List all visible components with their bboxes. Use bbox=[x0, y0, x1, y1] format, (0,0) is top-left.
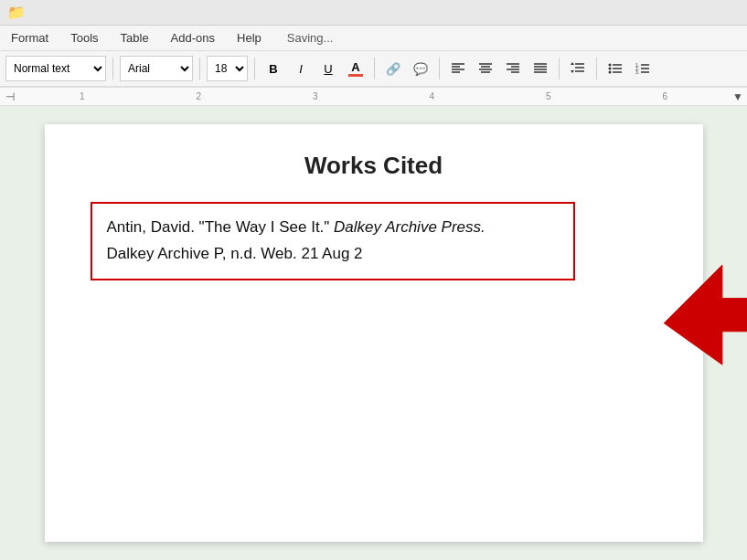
toolbar-sep-4 bbox=[374, 58, 375, 79]
link-button[interactable]: 🔗 bbox=[381, 56, 405, 81]
menu-bar: Format Tools Table Add-ons Help Saving..… bbox=[0, 26, 747, 51]
numbered-list-button[interactable]: 1.2.3. bbox=[631, 56, 655, 81]
ruler-marks: 1 2 3 4 5 6 bbox=[5, 91, 742, 101]
citation-box: Antin, David. "The Way I See It." Dalkey… bbox=[91, 202, 575, 280]
citation-text-normal: Antin, David. "The Way I See It." bbox=[107, 218, 335, 236]
bold-button[interactable]: B bbox=[261, 56, 285, 81]
toolbar-sep-1 bbox=[112, 58, 113, 79]
font-color-letter: A bbox=[351, 61, 359, 73]
align-justify-button[interactable] bbox=[528, 56, 552, 81]
underline-button[interactable]: U bbox=[316, 56, 340, 81]
toolbar-sep-5 bbox=[439, 58, 440, 79]
svg-point-22 bbox=[609, 68, 612, 70]
menu-help[interactable]: Help bbox=[233, 29, 265, 47]
citation-line2: Dalkey Archive P, n.d. Web. 21 Aug 2 bbox=[107, 241, 559, 268]
document-title: Works Cited bbox=[91, 152, 657, 180]
font-color-bar bbox=[348, 74, 363, 77]
menu-tools[interactable]: Tools bbox=[67, 29, 101, 47]
font-size-select[interactable]: 18 bbox=[207, 56, 248, 81]
toolbar: Normal text Arial 18 B I U A 🔗 💬 1.2.3. bbox=[0, 51, 747, 88]
toolbar-sep-7 bbox=[596, 58, 597, 79]
paragraph-style-select[interactable]: Normal text bbox=[5, 56, 106, 81]
ruler-tab-icon: ⊣ bbox=[5, 90, 15, 103]
document-area: Works Cited Antin, David. "The Way I See… bbox=[0, 106, 747, 560]
svg-marker-33 bbox=[664, 265, 747, 389]
bullet-list-button[interactable] bbox=[603, 56, 627, 81]
svg-point-23 bbox=[609, 71, 612, 74]
saving-text: Saving... bbox=[283, 29, 337, 47]
font-select[interactable]: Arial bbox=[120, 56, 193, 81]
toolbar-sep-2 bbox=[199, 58, 200, 79]
align-left-button[interactable] bbox=[446, 56, 470, 81]
svg-marker-19 bbox=[571, 62, 574, 65]
menu-table[interactable]: Table bbox=[117, 29, 153, 47]
title-bar: 📁 bbox=[0, 0, 747, 26]
citation-text-italic: Dalkey Archive Press. bbox=[334, 218, 486, 236]
line-spacing-button[interactable] bbox=[566, 56, 590, 81]
folder-icon: 📁 bbox=[7, 4, 26, 21]
toolbar-sep-6 bbox=[559, 58, 560, 79]
document-page[interactable]: Works Cited Antin, David. "The Way I See… bbox=[45, 124, 703, 542]
ruler-end-arrow: ▼ bbox=[732, 90, 743, 103]
svg-text:3.: 3. bbox=[635, 69, 639, 75]
ruler: ⊣ 1 2 3 4 5 6 ▼ bbox=[0, 88, 747, 106]
red-arrow bbox=[639, 257, 748, 439]
menu-format[interactable]: Format bbox=[7, 29, 52, 47]
font-color-button[interactable]: A bbox=[344, 56, 368, 81]
svg-marker-20 bbox=[571, 70, 574, 73]
toolbar-sep-3 bbox=[254, 58, 255, 79]
menu-addons[interactable]: Add-ons bbox=[167, 29, 219, 47]
comment-button[interactable]: 💬 bbox=[409, 56, 432, 81]
align-center-button[interactable] bbox=[474, 56, 497, 81]
citation-line1: Antin, David. "The Way I See It." Dalkey… bbox=[107, 215, 559, 241]
svg-point-21 bbox=[609, 64, 612, 67]
italic-button[interactable]: I bbox=[289, 56, 313, 81]
align-right-button[interactable] bbox=[501, 56, 525, 81]
